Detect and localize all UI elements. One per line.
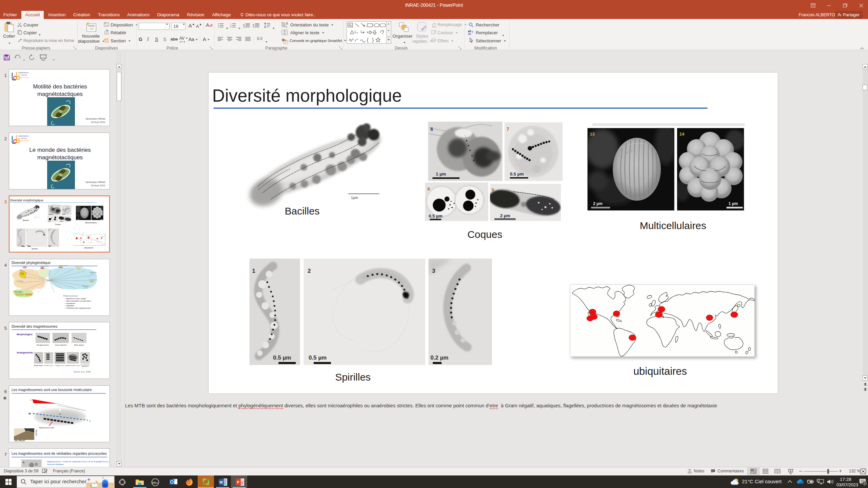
svg-text:• Aquatiques: • Aquatiques xyxy=(65,302,75,304)
svg-text:Points communs :: Points communs : xyxy=(63,295,79,297)
svg-text:magnétotactiques: magnétotactiques xyxy=(37,154,83,161)
svg-text:1µm: 1µm xyxy=(351,196,358,200)
svg-text:bicouche lipidique: bicouche lipidique xyxy=(47,463,64,465)
svg-text:Multiple chains: Multiple chains xyxy=(55,365,65,366)
svg-text:N: N xyxy=(28,413,30,415)
svg-text:Nitrospira: Nitrospira xyxy=(15,291,22,293)
svg-text:ac: ac xyxy=(468,32,471,35)
svg-text:MGT: MGT xyxy=(24,277,27,279)
svg-text:0.5 µm: 0.5 µm xyxy=(429,214,442,219)
svg-text:Elongated prisms: Elongated prisms xyxy=(37,344,49,346)
svg-text:• Bactéries à Gram négatif: • Bactéries à Gram négatif xyxy=(65,298,86,300)
svg-text:Single chains: Single chains xyxy=(34,365,44,366)
svg-text:20 Avril 2021: 20 Avril 2021 xyxy=(91,121,105,124)
svg-text:0.2 µm: 0.2 µm xyxy=(430,354,448,361)
svg-text:Bullet-shaped: Bullet-shaped xyxy=(74,344,84,346)
svg-text:1 µm: 1 µm xyxy=(436,171,446,177)
svg-text:MSR-1: MSR-1 xyxy=(19,270,23,271)
svg-text:Arrangements:: Arrangements: xyxy=(17,351,34,354)
svg-text:M. magneticum: M. magneticum xyxy=(89,279,97,281)
svg-text:8: 8 xyxy=(427,186,430,191)
svg-text:Magnetosome chain: Magnetosome chain xyxy=(39,427,54,429)
svg-text:DELL: DELL xyxy=(152,482,159,484)
svg-text:3: 3 xyxy=(432,268,435,274)
svg-text:A: A xyxy=(23,461,25,464)
svg-text:7: 7 xyxy=(507,126,509,132)
svg-text:14: 14 xyxy=(679,131,685,137)
svg-text:0.5 µm: 0.5 µm xyxy=(309,354,327,361)
svg-text:M: M xyxy=(59,413,61,415)
svg-text:Diversité morphologique: Diversité morphologique xyxy=(212,86,402,105)
svg-text:Laboratoire: Laboratoire xyxy=(18,71,29,74)
svg-text:bactérienne: bactérienne xyxy=(18,76,29,78)
svg-text:Magnetospira: Magnetospira xyxy=(82,285,90,287)
svg-text:0.5 µm: 0.5 µm xyxy=(510,171,524,177)
svg-text:(Schuler et al., 2008): (Schuler et al., 2008) xyxy=(74,371,91,373)
svg-text:Magnetococcus: Magnetococcus xyxy=(40,266,48,267)
svg-text:P: P xyxy=(237,480,239,484)
svg-text:Coques: Coques xyxy=(467,229,502,240)
svg-text:2 µm: 2 µm xyxy=(593,201,603,206)
svg-text:• Micro-aérophiles ou anaérob: • Micro-aérophiles ou anaérobies xyxy=(65,300,91,302)
svg-text:Multicellulaires: Multicellulaires xyxy=(640,220,706,231)
svg-text:ubiquitaires: ubiquitaires xyxy=(633,365,687,377)
svg-text:Séminaire INRAE: Séminaire INRAE xyxy=(85,181,105,184)
svg-text:Multiple bundles chains: Multiple bundles chains xyxy=(65,365,80,366)
svg-text:Magnetovibrio: Magnetovibrio xyxy=(76,266,83,268)
svg-text:Spirilles: Spirilles xyxy=(335,371,371,383)
svg-text:3: 3 xyxy=(230,26,232,28)
svg-text:W: W xyxy=(219,480,223,484)
svg-text:Cubo-octahedral: Cubo-octahedral xyxy=(55,344,66,346)
svg-text:CELL PELLET: CELL PELLET xyxy=(15,440,25,442)
svg-text:Morphologies:: Morphologies: xyxy=(17,333,33,336)
svg-text:Motilité des bactéries: Motilité des bactéries xyxy=(33,83,87,90)
svg-text:Magnetospirillum: Magnetospirillum xyxy=(59,265,67,266)
svg-text:Magnetofaba: Magnetofaba xyxy=(90,272,97,273)
svg-text:Le monde des bactéries: Le monde des bactéries xyxy=(29,147,91,153)
svg-text:6: 6 xyxy=(430,126,433,132)
svg-text:Les magnétosomes sont une bous: Les magnétosomes sont une boussole moléc… xyxy=(12,388,92,392)
svg-text:1: 1 xyxy=(252,268,255,274)
svg-text:Double chains: Double chains xyxy=(44,365,54,366)
svg-text:1 µm: 1 µm xyxy=(729,201,738,206)
svg-text:13: 13 xyxy=(590,131,594,137)
svg-text:Magnétosome = cristal de magné: Magnétosome = cristal de magnétite Fe₃O₄… xyxy=(47,460,110,463)
svg-text:a: a xyxy=(30,399,32,401)
svg-text:aggregates: aggregates xyxy=(82,365,89,367)
svg-text:Diversité phylogénétique: Diversité phylogénétique xyxy=(12,261,51,265)
svg-text:9: 9 xyxy=(492,187,494,192)
svg-text:0.5 µm: 0.5 µm xyxy=(273,354,291,361)
svg-text:• Produisent des magnétosomes: • Produisent des magnétosomes xyxy=(65,307,91,309)
svg-text:• Flagellées: • Flagellées xyxy=(65,305,75,307)
svg-text:2 µm: 2 µm xyxy=(500,213,510,218)
svg-text:Séminaire INRAE: Séminaire INRAE xyxy=(85,117,105,120)
svg-text:Bacilles: Bacilles xyxy=(285,205,320,217)
svg-text:S: S xyxy=(89,420,91,422)
svg-text:20 Avril 2021: 20 Avril 2021 xyxy=(91,184,105,187)
svg-text:Les magnétosomes sont de vérit: Les magnétosomes sont de véritables orga… xyxy=(12,451,107,455)
svg-text:Diversité des magnétosomes: Diversité des magnétosomes xyxy=(12,324,57,328)
svg-text:magnétotactiques: magnétotactiques xyxy=(37,91,83,97)
svg-text:8: 8 xyxy=(864,482,866,485)
svg-text:A: A xyxy=(286,22,288,25)
svg-text:2: 2 xyxy=(308,268,311,274)
svg-text:Desulfovibrio: Desulfovibrio xyxy=(17,281,23,282)
svg-text:de chimie: de chimie xyxy=(18,74,27,76)
svg-text:MAGNET: MAGNET xyxy=(35,430,37,436)
